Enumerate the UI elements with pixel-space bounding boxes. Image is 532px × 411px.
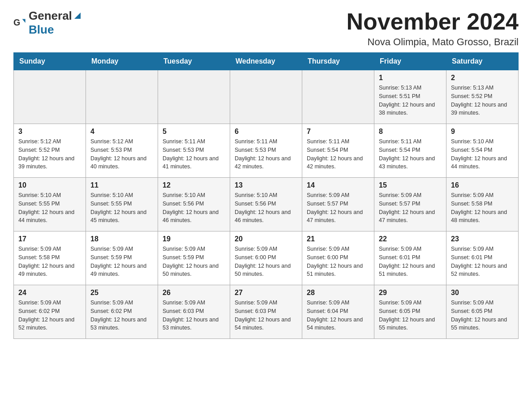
- day-info: Sunrise: 5:09 AMSunset: 6:05 PMDaylight:…: [451, 299, 514, 332]
- day-number: 23: [451, 235, 514, 243]
- calendar-cell: [302, 70, 374, 124]
- calendar-cell: 2Sunrise: 5:13 AMSunset: 5:52 PMDaylight…: [446, 70, 519, 124]
- calendar-week-2: 3Sunrise: 5:12 AMSunset: 5:52 PMDaylight…: [14, 124, 519, 178]
- day-info: Sunrise: 5:10 AMSunset: 5:55 PMDaylight:…: [90, 191, 153, 225]
- calendar-cell: 16Sunrise: 5:09 AMSunset: 5:58 PMDayligh…: [446, 178, 519, 231]
- day-number: 5: [163, 128, 225, 136]
- day-info: Sunrise: 5:12 AMSunset: 5:53 PMDaylight:…: [90, 137, 153, 171]
- day-number: 29: [379, 289, 442, 297]
- month-title: November 2024: [347, 9, 519, 34]
- calendar-cell: [158, 70, 230, 124]
- day-info: Sunrise: 5:10 AMSunset: 5:56 PMDaylight:…: [163, 191, 225, 225]
- calendar-week-4: 17Sunrise: 5:09 AMSunset: 5:58 PMDayligh…: [14, 231, 519, 285]
- day-number: 12: [163, 181, 225, 189]
- day-info: Sunrise: 5:10 AMSunset: 5:54 PMDaylight:…: [451, 137, 514, 171]
- logo: G General Blue: [13, 9, 83, 37]
- calendar-cell: 27Sunrise: 5:09 AMSunset: 6:03 PMDayligh…: [230, 285, 302, 339]
- header-tuesday: Tuesday: [158, 53, 230, 70]
- day-number: 6: [235, 128, 297, 136]
- day-info: Sunrise: 5:11 AMSunset: 5:54 PMDaylight:…: [379, 137, 442, 171]
- calendar-week-5: 24Sunrise: 5:09 AMSunset: 6:02 PMDayligh…: [14, 285, 519, 339]
- day-number: 27: [235, 289, 297, 297]
- day-number: 22: [379, 235, 442, 243]
- day-info: Sunrise: 5:09 AMSunset: 5:57 PMDaylight:…: [307, 191, 369, 225]
- calendar-week-3: 10Sunrise: 5:10 AMSunset: 5:55 PMDayligh…: [14, 178, 519, 231]
- calendar-cell: 13Sunrise: 5:10 AMSunset: 5:56 PMDayligh…: [230, 178, 302, 231]
- day-number: 26: [163, 289, 225, 297]
- day-number: 7: [307, 128, 369, 136]
- day-number: 17: [18, 235, 81, 243]
- day-number: 21: [307, 235, 369, 243]
- day-number: 20: [235, 235, 297, 243]
- calendar-cell: 24Sunrise: 5:09 AMSunset: 6:02 PMDayligh…: [14, 285, 86, 339]
- calendar-cell: 26Sunrise: 5:09 AMSunset: 6:03 PMDayligh…: [158, 285, 230, 339]
- calendar-cell: [14, 70, 86, 124]
- day-info: Sunrise: 5:09 AMSunset: 6:00 PMDaylight:…: [235, 245, 297, 278]
- day-number: 3: [18, 128, 81, 136]
- day-info: Sunrise: 5:09 AMSunset: 5:58 PMDaylight:…: [451, 191, 514, 225]
- calendar-cell: 8Sunrise: 5:11 AMSunset: 5:54 PMDaylight…: [374, 124, 446, 178]
- day-number: 13: [235, 181, 297, 189]
- logo-text-general: General: [29, 9, 72, 23]
- day-number: 11: [90, 181, 153, 189]
- calendar-table: SundayMondayTuesdayWednesdayThursdayFrid…: [13, 52, 519, 339]
- day-number: 2: [451, 74, 514, 82]
- day-number: 4: [90, 128, 153, 136]
- calendar-cell: 11Sunrise: 5:10 AMSunset: 5:55 PMDayligh…: [86, 178, 158, 231]
- calendar-cell: 9Sunrise: 5:10 AMSunset: 5:54 PMDaylight…: [446, 124, 519, 178]
- day-number: 14: [307, 181, 369, 189]
- day-info: Sunrise: 5:09 AMSunset: 6:02 PMDaylight:…: [18, 299, 81, 332]
- day-info: Sunrise: 5:13 AMSunset: 5:52 PMDaylight:…: [451, 84, 514, 117]
- day-info: Sunrise: 5:09 AMSunset: 5:57 PMDaylight:…: [379, 191, 442, 225]
- calendar-cell: 23Sunrise: 5:09 AMSunset: 6:01 PMDayligh…: [446, 231, 519, 285]
- page-header: G General Blue November 2024 Nova Olimpi…: [13, 9, 519, 48]
- header-wednesday: Wednesday: [230, 53, 302, 70]
- day-info: Sunrise: 5:12 AMSunset: 5:52 PMDaylight:…: [18, 137, 81, 171]
- header-monday: Monday: [86, 53, 158, 70]
- day-number: 18: [90, 235, 153, 243]
- day-info: Sunrise: 5:09 AMSunset: 5:58 PMDaylight:…: [18, 245, 81, 278]
- calendar-cell: 12Sunrise: 5:10 AMSunset: 5:56 PMDayligh…: [158, 178, 230, 231]
- calendar-cell: 20Sunrise: 5:09 AMSunset: 6:00 PMDayligh…: [230, 231, 302, 285]
- day-number: 1: [379, 74, 442, 82]
- header-friday: Friday: [374, 53, 446, 70]
- day-info: Sunrise: 5:10 AMSunset: 5:55 PMDaylight:…: [18, 191, 81, 225]
- header-saturday: Saturday: [446, 53, 519, 70]
- day-info: Sunrise: 5:09 AMSunset: 6:03 PMDaylight:…: [235, 299, 297, 332]
- calendar-cell: 19Sunrise: 5:09 AMSunset: 5:59 PMDayligh…: [158, 231, 230, 285]
- calendar-cell: 21Sunrise: 5:09 AMSunset: 6:00 PMDayligh…: [302, 231, 374, 285]
- day-number: 9: [451, 128, 514, 136]
- day-number: 16: [451, 181, 514, 189]
- day-number: 28: [307, 289, 369, 297]
- day-info: Sunrise: 5:09 AMSunset: 6:01 PMDaylight:…: [379, 245, 442, 278]
- calendar-cell: 25Sunrise: 5:09 AMSunset: 6:02 PMDayligh…: [86, 285, 158, 339]
- calendar-cell: 7Sunrise: 5:11 AMSunset: 5:54 PMDaylight…: [302, 124, 374, 178]
- calendar-cell: 14Sunrise: 5:09 AMSunset: 5:57 PMDayligh…: [302, 178, 374, 231]
- day-number: 30: [451, 289, 514, 297]
- title-block: November 2024 Nova Olimpia, Mato Grosso,…: [347, 9, 519, 48]
- svg-text:G: G: [13, 17, 20, 27]
- calendar-cell: 5Sunrise: 5:11 AMSunset: 5:53 PMDaylight…: [158, 124, 230, 178]
- day-number: 8: [379, 128, 442, 136]
- calendar-cell: [86, 70, 158, 124]
- day-number: 15: [379, 181, 442, 189]
- calendar-cell: 3Sunrise: 5:12 AMSunset: 5:52 PMDaylight…: [14, 124, 86, 178]
- calendar-cell: 15Sunrise: 5:09 AMSunset: 5:57 PMDayligh…: [374, 178, 446, 231]
- calendar-cell: 1Sunrise: 5:13 AMSunset: 5:51 PMDaylight…: [374, 70, 446, 124]
- calendar-cell: 28Sunrise: 5:09 AMSunset: 6:04 PMDayligh…: [302, 285, 374, 339]
- svg-marker-2: [74, 13, 81, 19]
- day-info: Sunrise: 5:09 AMSunset: 6:01 PMDaylight:…: [451, 245, 514, 278]
- calendar-cell: 6Sunrise: 5:11 AMSunset: 5:53 PMDaylight…: [230, 124, 302, 178]
- day-number: 24: [18, 289, 81, 297]
- logo-text-blue: Blue: [29, 23, 54, 36]
- day-info: Sunrise: 5:11 AMSunset: 5:54 PMDaylight:…: [307, 137, 369, 171]
- calendar-cell: 4Sunrise: 5:12 AMSunset: 5:53 PMDaylight…: [86, 124, 158, 178]
- day-info: Sunrise: 5:09 AMSunset: 5:59 PMDaylight:…: [90, 245, 153, 278]
- svg-marker-1: [22, 19, 26, 23]
- day-number: 25: [90, 289, 153, 297]
- day-info: Sunrise: 5:11 AMSunset: 5:53 PMDaylight:…: [163, 137, 225, 171]
- calendar-cell: [230, 70, 302, 124]
- day-info: Sunrise: 5:09 AMSunset: 6:02 PMDaylight:…: [90, 299, 153, 332]
- header-thursday: Thursday: [302, 53, 374, 70]
- day-info: Sunrise: 5:11 AMSunset: 5:53 PMDaylight:…: [235, 137, 297, 171]
